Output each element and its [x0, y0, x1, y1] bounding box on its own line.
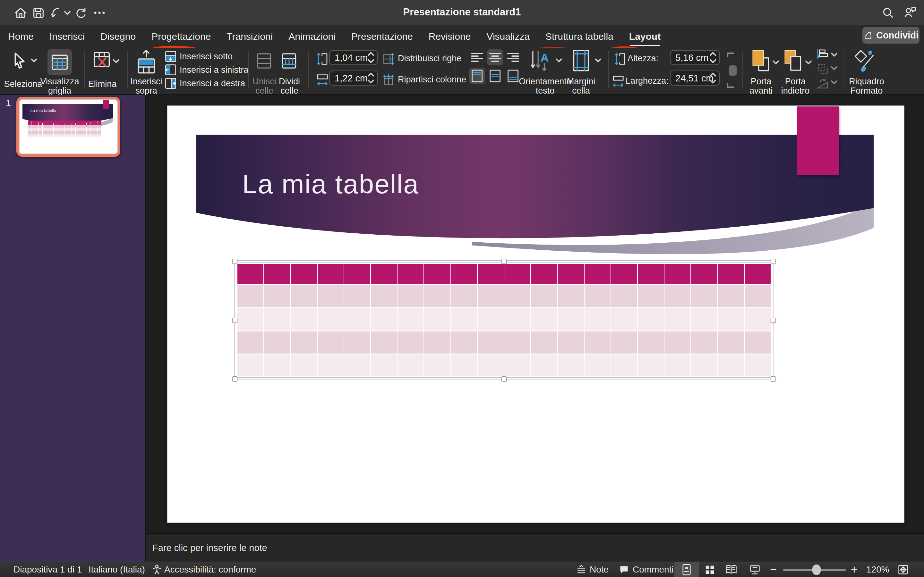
table-cell[interactable] — [371, 355, 397, 376]
delete-button-label[interactable]: Elimina — [85, 79, 120, 89]
align-center-button[interactable] — [487, 49, 503, 65]
search-icon[interactable] — [882, 6, 895, 19]
table-cell[interactable] — [451, 285, 477, 308]
table-cell[interactable] — [664, 308, 690, 330]
table-cell[interactable] — [664, 285, 690, 308]
tab-layout[interactable]: Layout — [629, 31, 661, 42]
table-cell[interactable] — [291, 285, 317, 308]
row-height-field[interactable]: 1,04 cm — [329, 50, 378, 65]
resize-handle-w[interactable] — [232, 318, 237, 323]
table-cell[interactable] — [371, 332, 397, 354]
table-header-cell[interactable] — [237, 264, 263, 284]
insert-below-label[interactable]: Inserisci sotto — [180, 52, 263, 61]
shape-width-field[interactable]: 24,51 cm — [670, 71, 720, 85]
slide-table[interactable] — [237, 264, 771, 376]
align-objects-chevron-icon[interactable] — [831, 53, 837, 57]
table-cell[interactable] — [745, 355, 771, 376]
table-cell[interactable] — [264, 285, 290, 308]
table-header-cell[interactable] — [451, 264, 477, 284]
table-cell[interactable] — [397, 355, 423, 376]
zoom-out-button[interactable]: − — [770, 563, 777, 576]
table-header-cell[interactable] — [531, 264, 557, 284]
table-cell[interactable] — [745, 285, 771, 308]
table-cell[interactable] — [664, 355, 690, 376]
format-pane-icon[interactable] — [854, 49, 877, 74]
table-cell[interactable] — [745, 308, 771, 330]
stepper-up-icon[interactable] — [368, 52, 374, 56]
table-cell[interactable] — [478, 355, 504, 376]
tab-progettazione[interactable]: Progettazione — [152, 31, 211, 42]
table-cell[interactable] — [611, 332, 637, 354]
table-selection[interactable] — [237, 264, 771, 376]
distribute-columns-icon[interactable] — [383, 74, 394, 87]
resize-handle-nw[interactable] — [232, 259, 237, 264]
send-backward-icon[interactable] — [783, 49, 802, 74]
table-cell[interactable] — [451, 355, 477, 376]
table-header-cell[interactable] — [585, 264, 611, 284]
table-header-cell[interactable] — [318, 264, 344, 284]
table-cell[interactable] — [291, 332, 317, 354]
stepper-down-icon[interactable] — [368, 59, 374, 63]
tab-inserisci[interactable]: Inserisci — [49, 31, 85, 42]
table-cell[interactable] — [504, 308, 530, 330]
table-header-cell[interactable] — [291, 264, 317, 284]
language-indicator[interactable]: Italiano (Italia) — [89, 564, 145, 575]
table-cell[interactable] — [424, 332, 450, 354]
table-cell[interactable] — [585, 308, 611, 330]
tab-transizioni[interactable]: Transizioni — [226, 31, 273, 42]
table-cell[interactable] — [504, 285, 530, 308]
table-cell[interactable] — [504, 355, 530, 376]
table-cell[interactable] — [557, 285, 583, 308]
distribute-rows-label[interactable]: Distribuisci righe — [398, 54, 481, 63]
row-height-value[interactable]: 1,04 cm — [334, 52, 368, 63]
table-cell[interactable] — [397, 332, 423, 354]
comments-label[interactable]: Commenti — [633, 564, 674, 575]
table-cell[interactable] — [585, 332, 611, 354]
table-header-cell[interactable] — [371, 264, 397, 284]
table-cell[interactable] — [424, 355, 450, 376]
insert-left-icon[interactable] — [165, 64, 176, 76]
tab-home[interactable]: Home — [8, 31, 34, 42]
table-cell[interactable] — [371, 308, 397, 330]
tab-presentazione[interactable]: Presentazione — [351, 31, 413, 42]
table-cell[interactable] — [264, 332, 290, 354]
column-width-value[interactable]: 1,22 cm — [334, 73, 368, 83]
share-people-icon[interactable] — [904, 6, 917, 19]
table-cell[interactable] — [397, 285, 423, 308]
table-cell[interactable] — [531, 355, 557, 376]
resize-handle-e[interactable] — [771, 318, 776, 323]
tab-struttura-tabella[interactable]: Struttura tabella — [545, 31, 614, 42]
table-cell[interactable] — [451, 308, 477, 330]
table-cell[interactable] — [478, 332, 504, 354]
delete-chevron-icon[interactable] — [113, 59, 120, 63]
table-cell[interactable] — [344, 285, 370, 308]
resize-handle-s[interactable] — [501, 376, 507, 382]
shape-height-value[interactable]: 5,16 cm — [675, 52, 708, 63]
tab-revisione[interactable]: Revisione — [429, 31, 471, 42]
table-cell[interactable] — [585, 355, 611, 376]
tab-animazioni[interactable]: Animazioni — [288, 31, 336, 42]
table-cell[interactable] — [531, 308, 557, 330]
notes-toggle-label[interactable]: Note — [590, 564, 609, 575]
notes-pane[interactable]: Fare clic per inserire le note — [146, 533, 924, 562]
table-header-cell[interactable] — [745, 264, 771, 284]
table-cell[interactable] — [611, 308, 637, 330]
table-header-cell[interactable] — [504, 264, 530, 284]
accent-rectangle[interactable] — [797, 106, 838, 175]
notes-toggle-icon[interactable] — [576, 564, 586, 575]
select-chevron-icon[interactable] — [31, 58, 37, 63]
table-cell[interactable] — [478, 285, 504, 308]
reading-view-icon[interactable] — [725, 564, 737, 575]
accessibility-status[interactable]: Accessibilità: conforme — [164, 564, 256, 575]
table-header-cell[interactable] — [344, 264, 370, 284]
cell-margins-chevron-icon[interactable] — [595, 58, 601, 63]
stepper-down-icon[interactable] — [710, 59, 716, 63]
table-cell[interactable] — [718, 308, 744, 330]
format-pane-label[interactable]: Riquadro Formato — [846, 77, 887, 95]
tab-visualizza[interactable]: Visualizza — [486, 31, 530, 42]
split-cells-icon[interactable] — [281, 52, 297, 70]
table-cell[interactable] — [638, 332, 664, 354]
slide-sorter-view-icon[interactable] — [704, 564, 715, 575]
text-direction-chevron-icon[interactable] — [556, 58, 562, 63]
table-cell[interactable] — [264, 355, 290, 376]
